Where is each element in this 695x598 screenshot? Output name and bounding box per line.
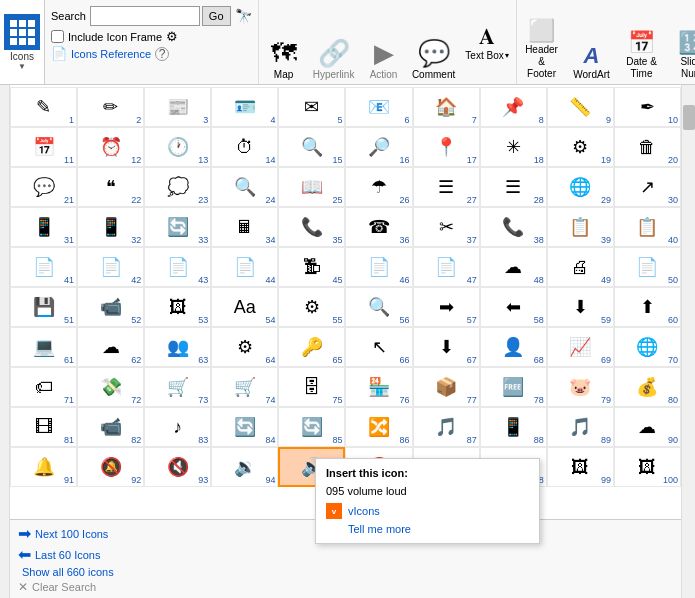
next-icons-link[interactable]: Next 100 Icons [35, 528, 108, 540]
icon-cell-89[interactable]: 🎵89 [547, 407, 614, 447]
icon-cell-31[interactable]: 📱31 [10, 207, 77, 247]
settings-gear-icon[interactable]: ⚙ [166, 29, 178, 44]
icon-cell-90[interactable]: ☁90 [614, 407, 681, 447]
scroll-thumb[interactable] [683, 105, 695, 130]
icons-reference-label[interactable]: Icons Reference [71, 48, 151, 60]
hyperlink-button[interactable]: 🔗 Hyperlink [309, 0, 359, 84]
icon-cell-81[interactable]: 🎞81 [10, 407, 77, 447]
tell-more-link[interactable]: Tell me more [348, 523, 411, 535]
icon-cell-50[interactable]: 📄50 [614, 247, 681, 287]
show-all-link[interactable]: Show all 660 icons [22, 566, 114, 578]
icon-cell-87[interactable]: 🎵87 [413, 407, 480, 447]
icon-cell-74[interactable]: 🛒74 [211, 367, 278, 407]
icon-cell-19[interactable]: ⚙19 [547, 127, 614, 167]
icon-cell-84[interactable]: 🔄84 [211, 407, 278, 447]
icon-cell-60[interactable]: ⬆60 [614, 287, 681, 327]
icon-cell-94[interactable]: 🔉94 [211, 447, 278, 487]
icon-cell-47[interactable]: 📄47 [413, 247, 480, 287]
icon-cell-20[interactable]: 🗑20 [614, 127, 681, 167]
icon-cell-21[interactable]: 💬21 [10, 167, 77, 207]
icon-cell-59[interactable]: ⬇59 [547, 287, 614, 327]
icon-cell-88[interactable]: 📱88 [480, 407, 547, 447]
icon-cell-46[interactable]: 📄46 [345, 247, 412, 287]
icon-cell-80[interactable]: 💰80 [614, 367, 681, 407]
right-scrollbar[interactable] [681, 85, 695, 598]
icons-nav-button[interactable] [4, 14, 40, 50]
icon-cell-6[interactable]: 📧6 [345, 87, 412, 127]
icon-cell-30[interactable]: ↗30 [614, 167, 681, 207]
icon-cell-71[interactable]: 🏷71 [10, 367, 77, 407]
icon-cell-42[interactable]: 📄42 [77, 247, 144, 287]
icon-cell-78[interactable]: 🆓78 [480, 367, 547, 407]
clear-search-label[interactable]: Clear Search [32, 581, 96, 593]
last-arrow-icon[interactable]: ⬅ [18, 545, 31, 564]
icon-cell-62[interactable]: ☁62 [77, 327, 144, 367]
icon-cell-76[interactable]: 🏪76 [345, 367, 412, 407]
icon-cell-22[interactable]: ❝22 [77, 167, 144, 207]
icon-cell-61[interactable]: 💻61 [10, 327, 77, 367]
icon-cell-45[interactable]: 🗜45 [278, 247, 345, 287]
icon-cell-4[interactable]: 🪪4 [211, 87, 278, 127]
icon-cell-69[interactable]: 📈69 [547, 327, 614, 367]
include-icon-frame-checkbox[interactable] [51, 30, 64, 43]
icon-cell-77[interactable]: 📦77 [413, 367, 480, 407]
icon-cell-36[interactable]: ☎36 [345, 207, 412, 247]
icon-cell-55[interactable]: ⚙55 [278, 287, 345, 327]
icon-cell-48[interactable]: ☁48 [480, 247, 547, 287]
icon-cell-91[interactable]: 🔔91 [10, 447, 77, 487]
last-icons-link[interactable]: Last 60 Icons [35, 549, 100, 561]
icon-cell-7[interactable]: 🏠7 [413, 87, 480, 127]
icon-cell-40[interactable]: 📋40 [614, 207, 681, 247]
icon-cell-12[interactable]: ⏰12 [77, 127, 144, 167]
icon-cell-72[interactable]: 💸72 [77, 367, 144, 407]
icon-cell-49[interactable]: 🖨49 [547, 247, 614, 287]
icon-cell-73[interactable]: 🛒73 [144, 367, 211, 407]
help-icon[interactable]: ? [155, 47, 169, 61]
icon-cell-58[interactable]: ⬅58 [480, 287, 547, 327]
icon-cell-15[interactable]: 🔍15 [278, 127, 345, 167]
icon-cell-9[interactable]: 📏9 [547, 87, 614, 127]
icon-cell-79[interactable]: 🐷79 [547, 367, 614, 407]
icon-cell-3[interactable]: 📰3 [144, 87, 211, 127]
icon-cell-39[interactable]: 📋39 [547, 207, 614, 247]
icon-cell-51[interactable]: 💾51 [10, 287, 77, 327]
icon-cell-33[interactable]: 🔄33 [144, 207, 211, 247]
icon-cell-41[interactable]: 📄41 [10, 247, 77, 287]
header-footer-button[interactable]: ⬜ Header& Footer [517, 0, 567, 84]
go-button[interactable]: Go [202, 6, 231, 26]
next-arrow-icon[interactable]: ➡ [18, 524, 31, 543]
icon-cell-34[interactable]: 🖩34 [211, 207, 278, 247]
icon-cell-1[interactable]: ✎1 [10, 87, 77, 127]
icon-cell-28[interactable]: ☰28 [480, 167, 547, 207]
icon-cell-44[interactable]: 📄44 [211, 247, 278, 287]
icon-cell-52[interactable]: 📹52 [77, 287, 144, 327]
icon-cell-29[interactable]: 🌐29 [547, 167, 614, 207]
action-button[interactable]: ▶ Action [359, 0, 409, 84]
map-button[interactable]: 🗺 Map [259, 0, 309, 84]
icon-cell-14[interactable]: ⏱14 [211, 127, 278, 167]
icon-cell-93[interactable]: 🔇93 [144, 447, 211, 487]
icon-cell-66[interactable]: ↖66 [345, 327, 412, 367]
icon-cell-27[interactable]: ☰27 [413, 167, 480, 207]
icon-cell-86[interactable]: 🔀86 [345, 407, 412, 447]
icon-cell-100[interactable]: 🖼100 [614, 447, 681, 487]
icon-cell-65[interactable]: 🔑65 [278, 327, 345, 367]
search-input[interactable] [90, 6, 200, 26]
icon-cell-64[interactable]: ⚙64 [211, 327, 278, 367]
icon-cell-63[interactable]: 👥63 [144, 327, 211, 367]
comment-button[interactable]: 💬 Comment [409, 0, 459, 84]
icon-cell-24[interactable]: 🔍24 [211, 167, 278, 207]
icon-cell-99[interactable]: 🖼99 [547, 447, 614, 487]
icon-cell-26[interactable]: ☂26 [345, 167, 412, 207]
icon-cell-54[interactable]: Aa54 [211, 287, 278, 327]
icon-cell-25[interactable]: 📖25 [278, 167, 345, 207]
icon-cell-11[interactable]: 📅11 [10, 127, 77, 167]
icon-cell-83[interactable]: ♪83 [144, 407, 211, 447]
icon-cell-32[interactable]: 📱32 [77, 207, 144, 247]
icon-cell-17[interactable]: 📍17 [413, 127, 480, 167]
icon-cell-92[interactable]: 🔕92 [77, 447, 144, 487]
icon-cell-43[interactable]: 📄43 [144, 247, 211, 287]
icon-cell-5[interactable]: ✉5 [278, 87, 345, 127]
icon-cell-8[interactable]: 📌8 [480, 87, 547, 127]
vicons-link[interactable]: vIcons [348, 505, 380, 517]
